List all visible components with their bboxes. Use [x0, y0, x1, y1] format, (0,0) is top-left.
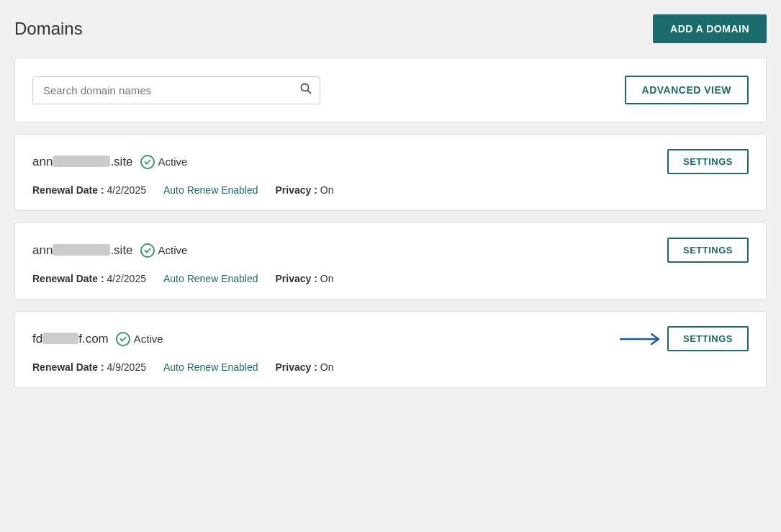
- arrow-icon: [620, 330, 663, 348]
- domain-info: ann.site Active: [32, 155, 187, 169]
- domain-name: fdf.com: [32, 332, 109, 346]
- check-circle-icon: [140, 243, 155, 258]
- status-badge: Active: [140, 155, 188, 169]
- domain-top-row: ann.site Active SETTINGS: [32, 238, 749, 263]
- auto-renew-link[interactable]: Auto Renew Enabled: [163, 184, 258, 196]
- renewal-label-text: Renewal Date :: [32, 273, 104, 284]
- privacy-value: On: [320, 184, 334, 196]
- auto-renew-link[interactable]: Auto Renew Enabled: [163, 273, 258, 284]
- renewal-date-label: Renewal Date : 4/2/2025: [32, 184, 146, 196]
- settings-button-domain-3[interactable]: SETTINGS: [667, 326, 749, 351]
- renewal-date-value: 4/2/2025: [107, 184, 146, 196]
- settings-area: SETTINGS: [667, 149, 749, 174]
- domain-info: ann.site Active: [32, 243, 187, 258]
- privacy-label-text: Privacy :: [276, 273, 317, 284]
- page-title: Domains: [14, 19, 83, 39]
- domain-info: fdf.com Active: [32, 332, 163, 346]
- domain-card-domain-1: ann.site Active SETTINGS Renewal Date : …: [14, 134, 767, 211]
- privacy-label-text: Privacy :: [276, 361, 317, 373]
- domains-container: ann.site Active SETTINGS Renewal Date : …: [14, 134, 767, 388]
- status-text: Active: [158, 244, 188, 256]
- renewal-date-value: 4/9/2025: [107, 361, 146, 373]
- page-header: Domains ADD A DOMAIN: [14, 14, 767, 43]
- settings-area: SETTINGS: [620, 326, 749, 351]
- renewal-label-text: Renewal Date :: [32, 184, 104, 196]
- domain-card-domain-2: ann.site Active SETTINGS Renewal Date : …: [14, 222, 767, 299]
- domain-top-row: fdf.com Active SETTINGS: [32, 326, 749, 351]
- domain-bottom-row: Renewal Date : 4/9/2025 Auto Renew Enabl…: [32, 361, 749, 373]
- settings-button-domain-1[interactable]: SETTINGS: [667, 149, 749, 174]
- renewal-date-label: Renewal Date : 4/2/2025: [32, 273, 146, 284]
- check-circle-icon: [116, 332, 130, 346]
- auto-renew-link[interactable]: Auto Renew Enabled: [163, 361, 258, 373]
- privacy-value: On: [320, 361, 334, 373]
- privacy-info: Privacy : On: [276, 184, 334, 196]
- privacy-info: Privacy : On: [276, 273, 334, 284]
- check-circle-icon: [140, 155, 155, 169]
- domain-bottom-row: Renewal Date : 4/2/2025 Auto Renew Enabl…: [32, 273, 749, 284]
- privacy-info: Privacy : On: [276, 361, 334, 373]
- search-input[interactable]: [32, 76, 320, 104]
- status-text: Active: [134, 333, 163, 345]
- advanced-view-button[interactable]: ADVANCED VIEW: [625, 76, 749, 104]
- add-domain-button[interactable]: ADD A DOMAIN: [653, 14, 767, 43]
- domain-bottom-row: Renewal Date : 4/2/2025 Auto Renew Enabl…: [32, 184, 749, 196]
- status-text: Active: [158, 155, 188, 168]
- privacy-label-text: Privacy :: [276, 184, 317, 196]
- search-card: ADVANCED VIEW: [14, 58, 767, 122]
- privacy-value: On: [320, 273, 334, 284]
- domain-name: ann.site: [32, 155, 133, 169]
- settings-button-domain-2[interactable]: SETTINGS: [667, 238, 749, 263]
- domain-card-domain-3: fdf.com Active SETTINGS Renewal Date : 4…: [14, 311, 767, 388]
- domain-top-row: ann.site Active SETTINGS: [32, 149, 749, 174]
- search-wrapper: [32, 76, 320, 104]
- renewal-date-label: Renewal Date : 4/9/2025: [32, 361, 146, 373]
- status-badge: Active: [116, 332, 163, 346]
- renewal-date-value: 4/2/2025: [107, 273, 146, 284]
- domain-name: ann.site: [32, 243, 133, 258]
- renewal-label-text: Renewal Date :: [32, 361, 104, 373]
- status-badge: Active: [140, 243, 188, 258]
- settings-area: SETTINGS: [667, 238, 749, 263]
